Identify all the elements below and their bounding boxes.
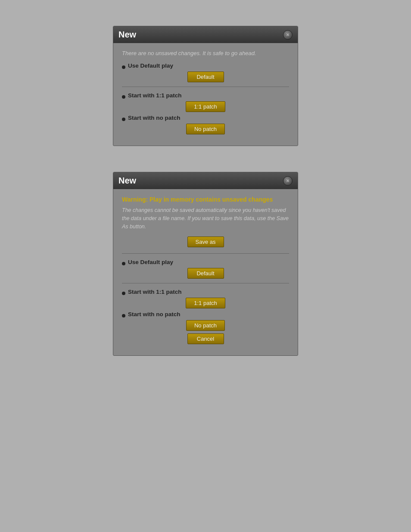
section-nopatch-1: Start with no patch No patch [122, 115, 289, 134]
default-button-1[interactable]: Default [187, 72, 224, 82]
bullet-11patch-2 [122, 292, 125, 295]
titlebar-1: New × [113, 26, 298, 43]
status-text-1: There are no unsaved changes. It is safe… [122, 50, 289, 56]
dialog-body-2: Warning: Play in memory contains unsaved… [113, 189, 298, 355]
section-11patch-1: Start with 1:1 patch 1:1 patch [122, 92, 289, 112]
11patch-button-1[interactable]: 1:1 patch [186, 101, 225, 112]
default-button-2[interactable]: Default [187, 268, 224, 279]
nopatch-button-1[interactable]: No patch [186, 124, 225, 134]
cancel-button-2[interactable]: Cancel [187, 333, 224, 344]
section-label-11patch-2: Start with 1:1 patch [128, 289, 182, 295]
dialog-new-1: New × There are no unsaved changes. It i… [113, 26, 298, 146]
bullet-nopatch-2 [122, 314, 125, 317]
dialog-new-2: New × Warning: Play in memory contains u… [113, 172, 298, 356]
bullet-default-2 [122, 262, 125, 265]
divider-2b [122, 283, 289, 283]
dialog-title-1: New [118, 30, 136, 40]
save-as-button-2[interactable]: Save as [187, 236, 224, 247]
section-default-2: Use Default play Default [122, 259, 289, 279]
close-button-1[interactable]: × [283, 30, 293, 40]
nopatch-button-2[interactable]: No patch [186, 320, 225, 331]
section-label-11patch-1: Start with 1:1 patch [128, 92, 182, 99]
titlebar-2: New × [113, 172, 298, 189]
bullet-nopatch-1 [122, 118, 125, 121]
section-default-1: Use Default play Default [122, 62, 289, 82]
divider-1a [122, 87, 289, 87]
bullet-default-1 [122, 65, 125, 69]
divider-2a [122, 253, 289, 254]
close-button-2[interactable]: × [283, 176, 293, 186]
section-nopatch-2: Start with no patch No patch Cancel [122, 311, 289, 344]
warning-title-2: Warning: Play in memory contains unsaved… [122, 196, 289, 203]
section-label-default-1: Use Default play [128, 62, 173, 69]
dialog-body-1: There are no unsaved changes. It is safe… [113, 43, 298, 146]
section-label-default-2: Use Default play [128, 259, 173, 265]
bullet-11patch-1 [122, 95, 125, 99]
11patch-button-2[interactable]: 1:1 patch [186, 298, 225, 308]
section-11patch-2: Start with 1:1 patch 1:1 patch [122, 289, 289, 308]
section-label-nopatch-2: Start with no patch [128, 311, 181, 317]
dialog-title-2: New [118, 176, 136, 186]
section-label-nopatch-1: Start with no patch [128, 115, 181, 121]
warning-text-2: The changes cannot be saved automaticall… [122, 206, 289, 230]
